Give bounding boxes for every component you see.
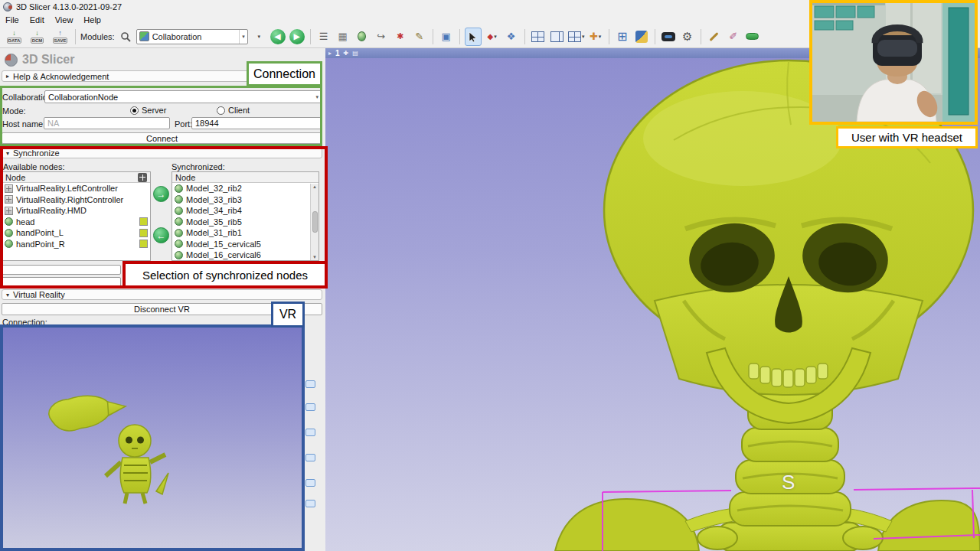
status-capsule-button[interactable] (744, 28, 761, 46)
add-node-button[interactable]: → (153, 186, 169, 202)
help-acknowledgement-section[interactable]: ▸ Help & Acknowledgement (2, 70, 322, 82)
module-forward-button[interactable]: ▶ (289, 28, 305, 46)
mouse-interaction-button[interactable] (465, 28, 482, 46)
extensions-manager-button[interactable]: ⊞ (614, 28, 631, 46)
column-settings-icon[interactable] (138, 173, 147, 182)
markups-star-icon: ✱ (397, 32, 403, 41)
cursor-icon (469, 31, 477, 42)
host-name-input[interactable] (44, 117, 170, 129)
list-scrollbar[interactable]: ▲ ▼ (310, 184, 318, 260)
list-item[interactable]: Model_33_rib3 (172, 194, 318, 206)
paint-button[interactable]: ✐ (725, 28, 742, 46)
synchronized-nodes-list: Node Model_32_rib2 Model_33_rib3 Model_3… (172, 171, 319, 261)
save-button[interactable]: ↑ SAVE (50, 28, 70, 46)
available-nodes-list: Node VirtualReality.LeftController Virtu… (2, 171, 151, 261)
node-name: Model_33_rib3 (186, 195, 242, 204)
list-item[interactable]: head (2, 217, 150, 228)
virtual-reality-section[interactable]: ▾ Virtual Reality (2, 289, 322, 300)
markups-module-button[interactable]: ✱ (392, 28, 409, 46)
list-item[interactable]: Model_34_rib4 (172, 205, 318, 217)
model-node-icon (175, 229, 183, 237)
left-arrow-icon: ← (157, 230, 166, 241)
slider-handle[interactable] (305, 500, 315, 507)
utilities-button[interactable] (706, 28, 723, 46)
layout-side-button[interactable] (549, 28, 566, 46)
vr-preview-view[interactable] (0, 324, 305, 551)
slicer-logo: 3D Slicer (5, 51, 74, 69)
list-item[interactable]: Model_35_rib5 (172, 217, 318, 228)
data-caption: DATA (7, 37, 22, 44)
menu-help[interactable]: Help (78, 15, 106, 24)
port-input[interactable] (191, 117, 322, 129)
menu-file[interactable]: File (0, 15, 24, 24)
module-history-menu-button[interactable]: ▾ (250, 28, 267, 46)
crosshair-mini-icon[interactable]: ✚ (344, 50, 349, 57)
transform-arrow-icon: ↪ (377, 31, 385, 41)
view-menu-icon[interactable]: ▤ (352, 50, 358, 57)
list-item[interactable]: Model_32_rib2 (172, 183, 318, 194)
slider-handle[interactable] (305, 429, 315, 436)
sync-option-field[interactable] (2, 265, 121, 275)
client-radio[interactable]: Client (217, 106, 250, 115)
back-arrow-icon: ◀ (270, 29, 286, 44)
load-data-button[interactable]: ↓ DATA (4, 28, 24, 46)
crosshair-button[interactable]: ✚ ▾ (587, 28, 604, 46)
server-radio[interactable]: Server (130, 106, 166, 115)
pin-icon[interactable]: ▸ (328, 50, 332, 57)
slider-handle[interactable] (305, 454, 315, 461)
chevron-down-icon: ▾ (582, 34, 585, 40)
list-item[interactable]: VirtualReality.RightController (2, 194, 150, 206)
list-item[interactable]: VirtualReality.LeftController (2, 183, 150, 194)
fiducial-icon: ◆ (488, 33, 494, 41)
color-swatch (139, 229, 148, 237)
virtual-reality-button[interactable] (660, 28, 677, 46)
module-search-button[interactable] (117, 28, 134, 46)
radio-selected-icon (130, 106, 139, 115)
sync-option-field[interactable] (2, 277, 121, 287)
volumes-module-button[interactable]: ▦ (335, 28, 351, 46)
load-dicom-button[interactable]: ↓ DCM (27, 28, 47, 46)
list-item[interactable]: Model_16_cervical6 (172, 249, 318, 261)
model-node-icon (5, 217, 13, 226)
wrench-icon (710, 31, 719, 41)
model-node-icon (175, 217, 183, 226)
screenshot-button[interactable]: ▣ (438, 28, 455, 46)
remove-node-button[interactable]: ← (153, 227, 169, 243)
slider-handle[interactable] (305, 403, 315, 411)
markups-toolbar-button[interactable]: ❖ (503, 28, 520, 46)
scrollbar-thumb[interactable] (312, 211, 318, 233)
layout-fourup-button[interactable] (530, 28, 547, 46)
module-selector[interactable]: Collaboration ▾ (136, 29, 248, 44)
list-item[interactable]: Model_15_cervical5 (172, 239, 318, 250)
list-item[interactable]: VirtualReality.HMD (2, 205, 150, 217)
list-item[interactable]: handPoint_L (2, 227, 150, 239)
scroll-down-icon[interactable]: ▼ (312, 255, 317, 259)
synchronize-section[interactable]: ▾ Synchronize (2, 148, 322, 158)
transform-node-icon (5, 195, 13, 204)
models-module-button[interactable] (354, 28, 371, 46)
place-point-button[interactable]: ◆ ▾ (484, 28, 501, 46)
menu-view[interactable]: View (50, 15, 79, 24)
node-name: Model_35_rib5 (186, 217, 242, 227)
collaboration-node-selector[interactable]: CollaborationNode ▾ (44, 90, 322, 103)
python-console-button[interactable] (633, 28, 650, 46)
toolbar-separator (701, 29, 701, 44)
slider-handle[interactable] (305, 479, 315, 487)
layout-menu-button[interactable]: ▾ (568, 28, 585, 46)
transforms-module-button[interactable]: ↪ (373, 28, 390, 46)
list-item[interactable]: handPoint_R (2, 239, 150, 250)
node-name: Model_34_rib4 (186, 206, 242, 215)
list-item[interactable]: Model_31_rib1 (172, 227, 318, 239)
settings-gear-button[interactable]: ⚙ (679, 28, 696, 46)
color-swatch (139, 240, 148, 248)
scroll-up-icon[interactable]: ▲ (312, 184, 317, 189)
slider-handle[interactable] (305, 380, 315, 388)
connect-button[interactable]: Connect (2, 132, 322, 144)
application-window: 3D Slicer 4.13.0-2021-09-27 File Edit Vi… (0, 0, 980, 551)
disconnect-vr-button[interactable]: Disconnect VR (2, 303, 322, 315)
module-back-button[interactable]: ◀ (270, 28, 286, 46)
node-name: Model_32_rib2 (186, 184, 242, 193)
data-module-button[interactable]: ☰ (315, 28, 332, 46)
editor-module-button[interactable]: ✎ (411, 28, 428, 46)
menu-edit[interactable]: Edit (24, 15, 50, 24)
